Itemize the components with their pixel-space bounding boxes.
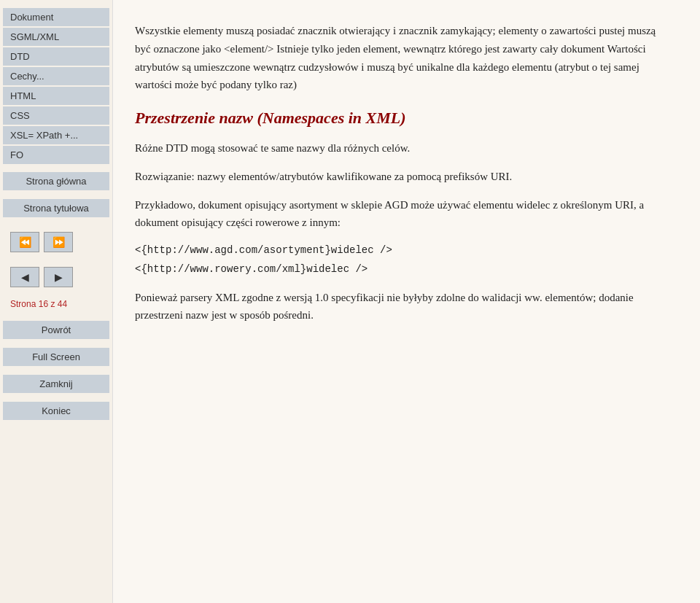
powrot-button[interactable]: Powrót xyxy=(3,321,109,339)
zamknij-button[interactable]: Zamknij xyxy=(3,375,109,393)
paragraph-3: Przykładowo, dokument opisujący asortyme… xyxy=(135,196,671,233)
page-separator: z xyxy=(48,299,58,309)
intro-paragraph: Wszystkie elementy muszą posiadać znaczn… xyxy=(135,22,671,94)
divider-1 xyxy=(0,165,112,171)
divider-3 xyxy=(0,219,112,225)
sidebar-item-dtd[interactable]: DTD xyxy=(3,47,109,66)
strona-tytulowa-button[interactable]: Strona tytułowa xyxy=(3,199,109,217)
paragraph-4: Ponieważ parsery XML zgodne z wersją 1.0… xyxy=(135,289,671,325)
divider-5 xyxy=(0,341,112,346)
forward-button[interactable]: ▶ xyxy=(44,267,73,287)
code-line-1: <{http://www.agd.com/asortyment}widelec … xyxy=(135,242,671,260)
page-current: 16 xyxy=(39,299,48,309)
sidebar-item-css[interactable]: CSS xyxy=(3,106,109,125)
sidebar-item-html[interactable]: HTML xyxy=(3,87,109,105)
code-line-2: <{http://www.rowery.com/xml}widelec /> xyxy=(135,261,671,279)
paragraph-1: Różne DTD mogą stosować te same nazwy dl… xyxy=(135,139,671,157)
page-total: 44 xyxy=(58,299,67,309)
sidebar-item-fo[interactable]: FO xyxy=(3,146,109,164)
page-info: Strona 16 z 44 xyxy=(3,296,109,312)
strona-glowna-button[interactable]: Strona główna xyxy=(3,172,109,190)
divider-7 xyxy=(0,394,112,400)
sidebar-item-cechy[interactable]: Cechy... xyxy=(3,67,109,85)
code-block: <{http://www.agd.com/asortyment}widelec … xyxy=(135,242,671,279)
main-content: Wszystkie elementy muszą posiadać znaczn… xyxy=(113,0,700,603)
back-fast-button[interactable]: ⏪ xyxy=(10,232,39,252)
forward-fast-button[interactable]: ⏩ xyxy=(44,232,73,252)
nav-buttons-group: ⏪ ⏩ xyxy=(3,227,109,257)
paragraph-2: Rozwiązanie: nazwy elementów/atrybutów k… xyxy=(135,168,671,186)
koniec-button[interactable]: Koniec xyxy=(3,402,109,420)
section-heading: Przestrzenie nazw (Namespaces in XML) xyxy=(135,109,671,128)
divider-4 xyxy=(0,314,112,319)
full-screen-button[interactable]: Full Screen xyxy=(3,348,109,366)
sidebar: Dokument SGML/XML DTD Cechy... HTML CSS … xyxy=(0,0,113,603)
nav-arrows-group: ◀ ▶ xyxy=(3,262,109,292)
divider-2 xyxy=(0,192,112,198)
sidebar-item-xpath[interactable]: XSL= XPath +... xyxy=(3,126,109,144)
sidebar-item-dokument[interactable]: Dokument xyxy=(3,8,109,26)
page-info-prefix: Strona xyxy=(10,299,39,309)
sidebar-item-sgml-xml[interactable]: SGML/XML xyxy=(3,28,109,46)
back-button[interactable]: ◀ xyxy=(10,267,39,287)
divider-6 xyxy=(0,367,112,373)
